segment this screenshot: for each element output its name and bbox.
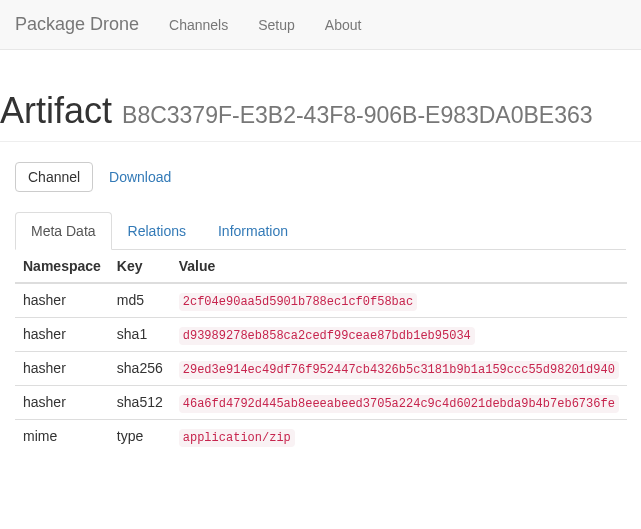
page-title: Artifact B8C3379F-E3B2-43F8-906B-E983DA0… bbox=[0, 90, 641, 132]
cell-value: 2cf04e90aa5d5901b788ec1cf0f58bac bbox=[171, 283, 627, 318]
cell-value: 29ed3e914ec49df76f952447cb4326b5c3181b9b… bbox=[171, 352, 627, 386]
cell-key: type bbox=[109, 420, 171, 454]
cell-key: sha1 bbox=[109, 318, 171, 352]
artifact-id: B8C3379F-E3B2-43F8-906B-E983DA0BE363 bbox=[122, 102, 593, 128]
table-row: mimetypeapplication/zip bbox=[15, 420, 627, 454]
cell-key: sha512 bbox=[109, 386, 171, 420]
cell-value: d93989278eb858ca2cedf99ceae87bdb1eb95034 bbox=[171, 318, 627, 352]
col-key: Key bbox=[109, 250, 171, 283]
channel-button[interactable]: Channel bbox=[15, 162, 93, 192]
col-value: Value bbox=[171, 250, 627, 283]
tabs: Meta Data Relations Information bbox=[15, 212, 626, 250]
value-code: 29ed3e914ec49df76f952447cb4326b5c3181b9b… bbox=[179, 361, 619, 379]
download-link[interactable]: Download bbox=[97, 163, 183, 191]
cell-value: 46a6fd4792d445ab8eeeabeed3705a224c9c4d60… bbox=[171, 386, 627, 420]
title-text: Artifact bbox=[0, 90, 112, 131]
value-code: application/zip bbox=[179, 429, 295, 447]
cell-value: application/zip bbox=[171, 420, 627, 454]
tab-information[interactable]: Information bbox=[202, 212, 304, 250]
cell-namespace: hasher bbox=[15, 318, 109, 352]
table-row: hashermd52cf04e90aa5d5901b788ec1cf0f58ba… bbox=[15, 283, 627, 318]
nav-setup[interactable]: Setup bbox=[243, 2, 310, 48]
cell-key: sha256 bbox=[109, 352, 171, 386]
table-row: hashersha1d93989278eb858ca2cedf99ceae87b… bbox=[15, 318, 627, 352]
cell-namespace: mime bbox=[15, 420, 109, 454]
value-code: 2cf04e90aa5d5901b788ec1cf0f58bac bbox=[179, 293, 417, 311]
navbar-brand[interactable]: Package Drone bbox=[15, 0, 154, 50]
tab-meta-data[interactable]: Meta Data bbox=[15, 212, 112, 250]
cell-namespace: hasher bbox=[15, 386, 109, 420]
metadata-table: Namespace Key Value hashermd52cf04e90aa5… bbox=[15, 250, 627, 453]
table-row: hashersha25629ed3e914ec49df76f952447cb43… bbox=[15, 352, 627, 386]
value-code: d93989278eb858ca2cedf99ceae87bdb1eb95034 bbox=[179, 327, 475, 345]
navbar: Package Drone Channels Setup About bbox=[0, 0, 641, 50]
nav-channels[interactable]: Channels bbox=[154, 2, 243, 48]
nav-about[interactable]: About bbox=[310, 2, 377, 48]
cell-key: md5 bbox=[109, 283, 171, 318]
cell-namespace: hasher bbox=[15, 283, 109, 318]
action-buttons: Channel Download bbox=[15, 162, 626, 192]
table-row: hashersha51246a6fd4792d445ab8eeeabeed370… bbox=[15, 386, 627, 420]
tab-relations[interactable]: Relations bbox=[112, 212, 202, 250]
cell-namespace: hasher bbox=[15, 352, 109, 386]
col-namespace: Namespace bbox=[15, 250, 109, 283]
value-code: 46a6fd4792d445ab8eeeabeed3705a224c9c4d60… bbox=[179, 395, 619, 413]
